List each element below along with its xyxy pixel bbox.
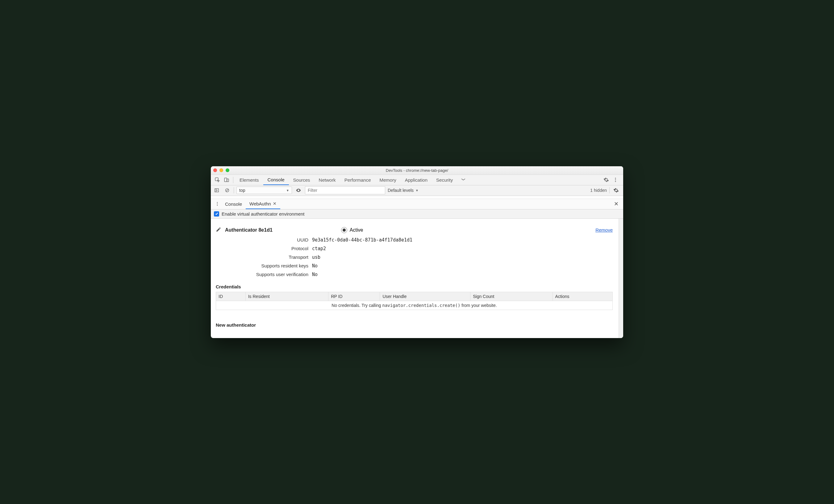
tab-elements[interactable]: Elements xyxy=(235,175,263,185)
tab-label: Console xyxy=(268,177,285,182)
drawer-tab-label: Console xyxy=(225,201,242,207)
drawer-tab-console[interactable]: Console xyxy=(221,199,246,209)
svg-point-5 xyxy=(615,181,616,182)
console-filter-input[interactable] xyxy=(305,186,385,194)
tab-performance[interactable]: Performance xyxy=(340,175,375,185)
resident-keys-label: Supports resident keys xyxy=(216,263,308,269)
credentials-table: ID Is Resident RP ID User Handle Sign Co… xyxy=(216,292,613,310)
traffic-lights xyxy=(213,168,229,172)
edit-pencil-icon[interactable] xyxy=(216,227,221,233)
enable-virtual-auth-row: Enable virtual authenticator environment xyxy=(211,209,623,219)
execution-context-select[interactable]: top ▼ xyxy=(237,187,292,194)
more-tabs-icon[interactable] xyxy=(457,175,469,185)
svg-point-4 xyxy=(615,180,616,180)
tab-label: Performance xyxy=(345,177,371,183)
resident-keys-value: No xyxy=(312,263,613,269)
credentials-empty-message: No credentials. Try calling navigator.cr… xyxy=(216,301,613,310)
tab-application[interactable]: Application xyxy=(401,175,432,185)
authenticator-header: Authenticator 8e1d1 Active Remove xyxy=(216,227,613,233)
clear-console-icon[interactable] xyxy=(223,186,231,194)
console-sidebar-toggle-icon[interactable] xyxy=(213,186,221,194)
tab-label: Security xyxy=(436,177,453,183)
empty-code: navigator.credentials.create() xyxy=(382,303,461,308)
col-rp-id[interactable]: RP ID xyxy=(328,292,380,301)
drawer-close-icon[interactable]: ✕ xyxy=(612,199,621,209)
divider xyxy=(609,187,610,193)
webauthn-panel: Authenticator 8e1d1 Active Remove UUID 9… xyxy=(211,219,623,338)
close-icon[interactable]: ✕ xyxy=(273,201,277,206)
active-radio-group: Active xyxy=(341,227,363,233)
col-actions[interactable]: Actions xyxy=(552,292,612,301)
protocol-label: Protocol xyxy=(216,246,308,251)
uuid-label: UUID xyxy=(216,237,308,243)
device-toolbar-icon[interactable] xyxy=(222,175,231,185)
levels-label: Default levels xyxy=(388,188,414,193)
col-id[interactable]: ID xyxy=(216,292,246,301)
remove-authenticator-link[interactable]: Remove xyxy=(595,227,613,233)
svg-point-3 xyxy=(615,178,616,179)
tab-network[interactable]: Network xyxy=(314,175,340,185)
drawer-tab-webauthn[interactable]: WebAuthn ✕ xyxy=(246,199,280,209)
settings-gear-icon[interactable] xyxy=(601,175,611,185)
svg-point-10 xyxy=(217,205,218,206)
empty-text-pre: No credentials. Try calling xyxy=(331,303,382,308)
tab-memory[interactable]: Memory xyxy=(375,175,401,185)
table-row: No credentials. Try calling navigator.cr… xyxy=(216,301,613,310)
enable-virtual-auth-checkbox[interactable] xyxy=(214,211,219,216)
authenticator-title: Authenticator 8e1d1 xyxy=(225,227,272,233)
enable-virtual-auth-label: Enable virtual authenticator environment xyxy=(222,211,305,216)
main-tabstrip: Elements Console Sources Network Perform… xyxy=(211,175,623,185)
empty-text-post: from your website. xyxy=(460,303,497,308)
user-verification-value: No xyxy=(312,272,613,277)
col-user-handle[interactable]: User Handle xyxy=(380,292,470,301)
credentials-heading: Credentials xyxy=(216,284,613,289)
window-title: DevTools - chrome://new-tab-page/ xyxy=(211,168,623,173)
table-header-row: ID Is Resident RP ID User Handle Sign Co… xyxy=(216,292,613,301)
svg-rect-2 xyxy=(227,179,229,182)
authenticator-details: UUID 9e3a15fc-0da0-44bc-871b-a4f17da8e1d… xyxy=(216,237,613,277)
transport-value: usb xyxy=(312,254,613,260)
titlebar: DevTools - chrome://new-tab-page/ xyxy=(211,166,623,175)
tab-label: Memory xyxy=(380,177,396,183)
tab-label: Elements xyxy=(240,177,259,183)
drawer-tabstrip: Console WebAuthn ✕ ✕ xyxy=(211,199,623,209)
drawer-kebab-icon[interactable] xyxy=(213,199,221,209)
user-verification-label: Supports user verification xyxy=(216,272,308,277)
transport-label: Transport xyxy=(216,254,308,260)
svg-rect-6 xyxy=(215,189,219,192)
console-settings-gear-icon[interactable] xyxy=(612,186,620,194)
close-window-button[interactable] xyxy=(213,168,217,172)
tab-sources[interactable]: Sources xyxy=(289,175,314,185)
inspect-element-icon[interactable] xyxy=(213,175,222,185)
svg-rect-1 xyxy=(224,178,227,182)
tab-label: Application xyxy=(405,177,427,183)
drawer-tab-label: WebAuthn xyxy=(249,201,271,206)
new-authenticator-heading: New authenticator xyxy=(216,322,613,327)
active-radio[interactable] xyxy=(341,227,347,233)
hidden-messages-count[interactable]: 1 hidden xyxy=(590,188,607,193)
uuid-value: 9e3a15fc-0da0-44bc-871b-a4f17da8e1d1 xyxy=(312,237,613,243)
svg-point-9 xyxy=(217,204,218,205)
context-value: top xyxy=(239,188,245,193)
chevron-down-icon: ▼ xyxy=(415,189,419,192)
tab-security[interactable]: Security xyxy=(432,175,457,185)
live-expression-eye-icon[interactable] xyxy=(294,186,303,194)
svg-point-8 xyxy=(217,202,218,203)
minimize-window-button[interactable] xyxy=(219,168,223,172)
console-toolbar: top ▼ Default levels ▼ 1 hidden xyxy=(211,185,623,196)
divider xyxy=(233,177,233,183)
tab-label: Sources xyxy=(293,177,310,183)
zoom-window-button[interactable] xyxy=(226,168,229,172)
divider xyxy=(234,187,234,193)
col-sign-count[interactable]: Sign Count xyxy=(470,292,552,301)
log-levels-select[interactable]: Default levels ▼ xyxy=(388,188,419,193)
active-label: Active xyxy=(350,227,363,233)
kebab-menu-icon[interactable] xyxy=(611,175,620,185)
col-is-resident[interactable]: Is Resident xyxy=(245,292,328,301)
protocol-value: ctap2 xyxy=(312,246,613,251)
tab-console[interactable]: Console xyxy=(263,175,289,185)
devtools-window: DevTools - chrome://new-tab-page/ Elemen… xyxy=(211,166,623,338)
chevron-down-icon: ▼ xyxy=(286,189,289,192)
separator xyxy=(211,196,623,199)
tab-label: Network xyxy=(319,177,336,183)
